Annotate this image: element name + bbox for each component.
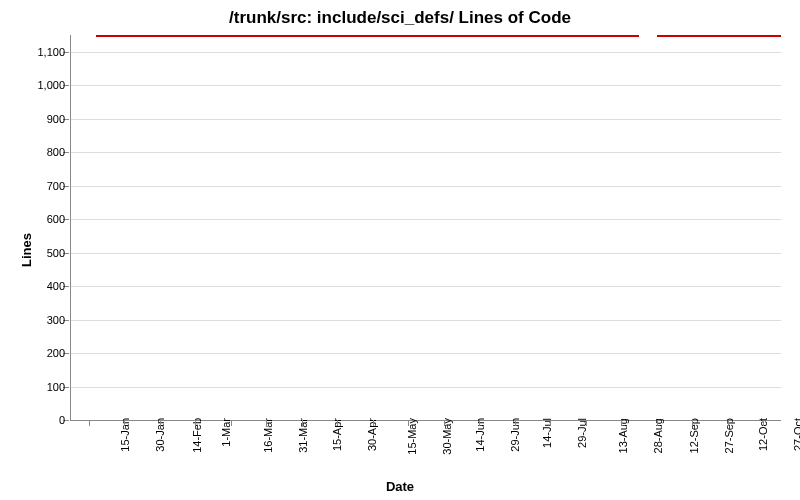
y-tick-label: 200 (47, 347, 65, 359)
x-tick-label: 12-Sep (688, 418, 700, 453)
x-tick (231, 420, 232, 426)
gridline (71, 253, 781, 254)
y-tick-label: 900 (47, 113, 65, 125)
x-tick-label: 15-May (405, 418, 417, 455)
x-tick (692, 420, 693, 426)
y-tick-label: 1,100 (37, 46, 65, 58)
y-tick-label: 400 (47, 280, 65, 292)
x-tick-label: 27-Oct (792, 418, 800, 451)
data-series-line (657, 35, 781, 37)
x-tick-label: 31-Mar (297, 418, 309, 453)
x-tick-label: 13-Aug (617, 418, 629, 453)
gridline (71, 353, 781, 354)
gridline (71, 119, 781, 120)
x-tick (586, 420, 587, 426)
gridline (71, 152, 781, 153)
x-tick (89, 420, 90, 426)
x-tick (550, 420, 551, 426)
y-axis-label: Lines (19, 233, 34, 267)
x-tick-label: 28-Aug (653, 418, 665, 453)
gridline (71, 320, 781, 321)
y-tick-label: 100 (47, 381, 65, 393)
y-tick-label: 0 (59, 414, 65, 426)
y-tick-label: 300 (47, 314, 65, 326)
plot-area: 01002003004005006007008009001,0001,10015… (70, 35, 781, 421)
gridline (71, 219, 781, 220)
x-tick (444, 420, 445, 426)
gridline (71, 52, 781, 53)
gridline (71, 286, 781, 287)
x-tick-label: 16-Mar (262, 418, 274, 453)
gridline (71, 85, 781, 86)
data-series-line (96, 35, 639, 37)
x-tick (160, 420, 161, 426)
x-tick (337, 420, 338, 426)
y-tick-label: 500 (47, 247, 65, 259)
y-tick-label: 1,000 (37, 79, 65, 91)
x-tick (373, 420, 374, 426)
y-tick-label: 800 (47, 146, 65, 158)
chart-title: /trunk/src: include/sci_defs/ Lines of C… (0, 8, 800, 28)
x-tick (195, 420, 196, 426)
y-tick-label: 600 (47, 213, 65, 225)
gridline (71, 387, 781, 388)
x-tick (728, 420, 729, 426)
x-tick (621, 420, 622, 426)
x-tick-label: 30-May (441, 418, 453, 455)
x-tick-label: 27-Sep (724, 418, 736, 453)
x-tick (266, 420, 267, 426)
x-tick (657, 420, 658, 426)
x-tick (408, 420, 409, 426)
x-tick (515, 420, 516, 426)
x-axis-label: Date (0, 479, 800, 494)
x-tick (763, 420, 764, 426)
x-tick (479, 420, 480, 426)
y-tick-label: 700 (47, 180, 65, 192)
x-tick (124, 420, 125, 426)
chart-container: /trunk/src: include/sci_defs/ Lines of C… (0, 0, 800, 500)
x-tick (302, 420, 303, 426)
gridline (71, 186, 781, 187)
x-tick-label: 14-Feb (191, 418, 203, 453)
